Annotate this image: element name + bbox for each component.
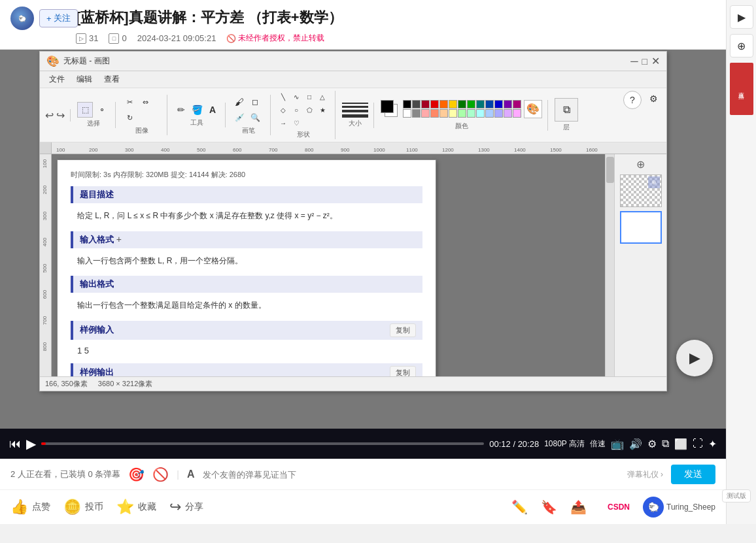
thumbnail-white[interactable] — [620, 211, 662, 244]
select-free-tool[interactable]: ⚬ — [94, 102, 110, 118]
resize-tool[interactable]: ⇔ — [138, 95, 152, 109]
collect-action[interactable]: ⭐ 收藏 — [116, 499, 156, 516]
color-green1[interactable] — [458, 100, 466, 108]
thumbnail-checkerboard[interactable]: ⊕ — [620, 174, 662, 207]
paint-window-title: 无标题 - 画图 — [63, 56, 110, 67]
arrow-shape[interactable]: → — [277, 117, 289, 129]
copy-input-button[interactable]: 复制 — [390, 323, 416, 337]
maximize-button[interactable]: □ — [642, 56, 647, 67]
color-magenta[interactable] — [513, 100, 521, 108]
color-pink1[interactable] — [421, 109, 430, 118]
danmaku-style-btn[interactable]: 🎯 — [128, 467, 145, 482]
color-blue1[interactable] — [485, 100, 494, 108]
output-format-section: 输出格式 输出一行包含一个整数满足题目给定条件的 x 的数量。 — [71, 276, 422, 316]
bookmark-icon[interactable]: 🔖 — [541, 499, 557, 515]
fullscreen-button[interactable]: ⛶ — [693, 438, 703, 450]
color-lightyellow[interactable] — [449, 109, 457, 118]
settings-button[interactable]: ⚙ — [647, 438, 657, 450]
foreground-color[interactable] — [381, 100, 394, 113]
danmaku-input[interactable] — [203, 470, 619, 480]
zoom-tool[interactable]: 🔍 — [248, 110, 262, 125]
color-red2[interactable] — [430, 100, 439, 108]
volume-button[interactable]: 🔊 — [629, 438, 642, 450]
minimize-button[interactable]: ─ — [630, 56, 638, 67]
settings-icon[interactable]: ⚙ — [645, 91, 661, 107]
rotate-tool[interactable]: ↻ — [122, 110, 137, 125]
play-overlay[interactable]: ▶ — [676, 340, 713, 376]
line-tool[interactable]: ╲ — [277, 91, 289, 103]
menu-view[interactable]: 查看 — [99, 73, 125, 86]
color-orange[interactable] — [439, 100, 448, 108]
like-action[interactable]: 👍 点赞 — [10, 499, 50, 516]
fill-tool[interactable]: 🪣 — [190, 103, 204, 117]
paint-canvas[interactable]: 时间限制: 3s 内存限制: 320MB 提交: 14144 解决: 2680 … — [52, 154, 614, 376]
pentagon-shape[interactable]: ⬠ — [303, 104, 315, 116]
color-mint[interactable] — [467, 109, 475, 118]
text-tool[interactable]: A — [205, 103, 220, 117]
sidebar-icon-2[interactable]: ⊕ — [730, 34, 753, 58]
eyedropper-tool[interactable]: 💉 — [232, 110, 247, 125]
play-overlay-button[interactable]: ▶ — [676, 340, 713, 376]
color-yellow[interactable] — [449, 100, 457, 108]
copy-output-button[interactable]: 复制 — [390, 366, 416, 376]
action-bar: 👍 点赞 🪙 投币 ⭐ 收藏 ↪ 分享 ✏️ — [0, 490, 726, 524]
color-green2[interactable] — [467, 100, 475, 108]
theater-button[interactable]: ⬜ — [674, 438, 687, 450]
color-violet[interactable] — [504, 109, 512, 118]
send-danmaku-button[interactable]: 发送 — [671, 465, 715, 484]
sidebar-icon-1[interactable]: ▶ — [730, 5, 753, 29]
color-pink2[interactable] — [513, 109, 521, 118]
color-purple[interactable] — [504, 100, 512, 108]
color-red[interactable] — [421, 100, 430, 108]
color-teal[interactable] — [476, 100, 485, 108]
heart-shape[interactable]: ♡ — [290, 117, 302, 129]
redo-button[interactable]: ↪ — [56, 109, 65, 122]
color-black[interactable] — [403, 100, 411, 108]
skip-back-button[interactable]: ⏮ — [9, 437, 21, 451]
color-gray1[interactable] — [412, 100, 421, 108]
color-lavender[interactable] — [494, 109, 503, 118]
ellipse-shape[interactable]: ○ — [290, 104, 302, 116]
quality-button[interactable]: 1080P 高清 — [544, 438, 585, 450]
play-pause-button[interactable]: ▶ — [26, 436, 36, 452]
color-lightblue2[interactable] — [485, 109, 494, 118]
color-white[interactable] — [403, 109, 411, 118]
eraser-tool[interactable]: ◻ — [248, 95, 262, 109]
star-shape[interactable]: ★ — [317, 104, 328, 116]
danmaku-etiquette[interactable]: 弹幕礼仪 › — [627, 469, 663, 480]
pip-button[interactable]: ⧉ — [662, 438, 669, 450]
layers-btn[interactable]: ⧉ — [555, 98, 578, 122]
color-gray2[interactable] — [412, 109, 421, 118]
follow-button[interactable]: + 关注 — [39, 9, 78, 27]
help-icon[interactable]: ? — [623, 91, 642, 109]
curve-tool[interactable]: ∿ — [290, 91, 302, 103]
diamond-shape[interactable]: ◇ — [277, 104, 289, 116]
danmaku-filter-btn[interactable]: 🚫 — [152, 467, 169, 482]
nav-icon[interactable]: ⊕ — [636, 158, 645, 171]
share2-icon[interactable]: 📤 — [570, 499, 587, 515]
color-salmon[interactable] — [430, 109, 439, 118]
color-peach[interactable] — [439, 109, 448, 118]
brush-tool[interactable]: 🖌 — [232, 95, 247, 109]
undo-button[interactable]: ↩ — [45, 109, 54, 122]
triangle-shape[interactable]: △ — [317, 91, 328, 103]
cast-button[interactable]: 📺 — [611, 438, 624, 450]
speed-button[interactable]: 倍速 — [590, 438, 606, 450]
more-options-button[interactable]: ✦ — [708, 438, 717, 450]
menu-file[interactable]: 文件 — [44, 73, 70, 86]
color-picker-btn[interactable]: 🎨 — [524, 100, 542, 118]
menu-edit[interactable]: 编辑 — [71, 73, 97, 86]
color-lightgreen[interactable] — [458, 109, 466, 118]
pencil-tool[interactable]: ✏ — [174, 103, 188, 117]
color-blue2[interactable] — [494, 100, 503, 108]
share-action[interactable]: ↪ 分享 — [169, 499, 203, 516]
select-rect-tool[interactable]: ⬚ — [77, 102, 93, 118]
rect-shape[interactable]: □ — [303, 91, 315, 103]
progress-bar[interactable] — [41, 442, 484, 445]
color-lightblue1[interactable] — [476, 109, 485, 118]
turing-sheep-btn[interactable]: 🐑 Turing_Sheep — [643, 497, 715, 518]
edit-icon[interactable]: ✏️ — [511, 499, 528, 515]
close-button[interactable]: ✕ — [651, 56, 660, 67]
coin-action[interactable]: 🪙 投币 — [63, 499, 103, 516]
crop-tool[interactable]: ✂ — [122, 95, 137, 109]
